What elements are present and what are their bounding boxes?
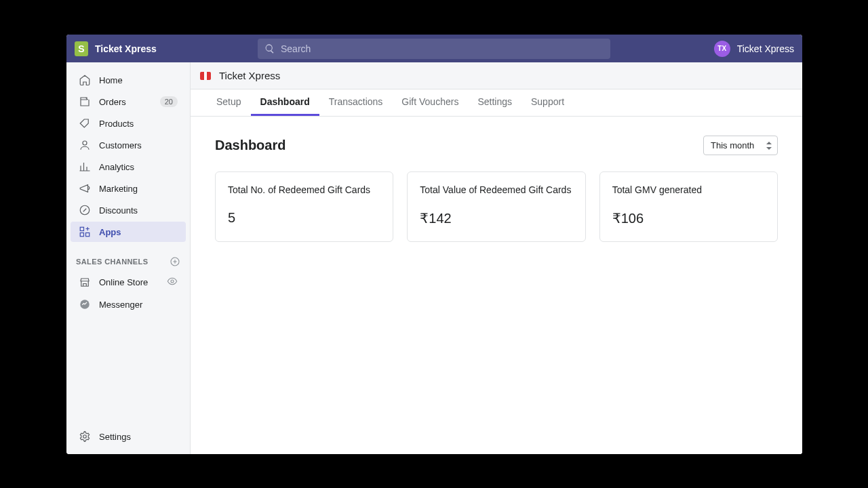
stat-card-redeemed-count: Total No. of Redeemed Gift Cards 5 <box>215 171 393 242</box>
tab-support[interactable]: Support <box>521 89 574 116</box>
page-title: Dashboard <box>215 138 285 153</box>
tab-setup[interactable]: Setup <box>207 89 251 116</box>
svg-rect-3 <box>86 233 90 237</box>
tab-label: Support <box>531 96 564 107</box>
tab-label: Transactions <box>329 96 383 107</box>
stat-label: Total GMV generated <box>612 184 765 195</box>
select-caret-icon <box>766 142 772 150</box>
tab-transactions[interactable]: Transactions <box>319 89 393 116</box>
stat-value: ₹106 <box>612 210 765 226</box>
sales-channels-label: SALES CHANNELS <box>76 258 148 266</box>
sidebar: Home Orders 20 Products Customers Analyt… <box>66 62 190 454</box>
profile-name: Ticket Xpress <box>737 43 794 54</box>
sidebar-item-label: Analytics <box>99 162 134 172</box>
discounts-icon <box>79 204 91 216</box>
sidebar-item-home[interactable]: Home <box>71 70 186 90</box>
search-input[interactable] <box>281 43 604 54</box>
sidebar-item-label: Orders <box>99 97 126 107</box>
sidebar-item-label: Online Store <box>99 277 148 287</box>
main: Ticket Xpress Setup Dashboard Transactio… <box>190 62 802 454</box>
svg-rect-2 <box>80 227 83 230</box>
tab-label: Settings <box>477 96 512 107</box>
svg-point-6 <box>171 280 174 283</box>
customers-icon <box>79 139 91 151</box>
profile-menu[interactable]: TX Ticket Xpress <box>714 41 794 57</box>
app-window: S Ticket Xpress TX Ticket Xpress Home Or… <box>66 35 802 454</box>
settings-icon <box>79 430 91 443</box>
tab-label: Gift Vouchers <box>401 96 458 107</box>
svg-point-8 <box>83 435 87 439</box>
online-store-icon <box>79 277 91 289</box>
view-store-icon[interactable] <box>167 276 178 289</box>
stat-cards: Total No. of Redeemed Gift Cards 5 Total… <box>215 171 778 242</box>
sidebar-item-label: Products <box>99 119 134 129</box>
orders-icon <box>79 96 91 108</box>
add-channel-button[interactable] <box>170 256 180 267</box>
sidebar-item-orders[interactable]: Orders 20 <box>71 92 186 112</box>
sidebar-item-label: Customers <box>99 140 142 150</box>
sidebar-item-analytics[interactable]: Analytics <box>71 157 186 177</box>
search-bar[interactable] <box>258 39 610 59</box>
tabs: Setup Dashboard Transactions Gift Vouche… <box>191 89 802 117</box>
sidebar-item-label: Settings <box>99 432 131 442</box>
svg-rect-4 <box>80 233 83 237</box>
sidebar-item-label: Messenger <box>99 300 142 310</box>
sidebar-channel-online-store[interactable]: Online Store <box>71 272 186 293</box>
store-name: Ticket Xpress <box>95 43 157 54</box>
stat-label: Total Value of Redeemed Gift Cards <box>420 184 572 195</box>
home-icon <box>79 74 91 86</box>
orders-badge: 20 <box>160 96 178 107</box>
sidebar-item-label: Apps <box>99 227 121 237</box>
sidebar-channel-messenger[interactable]: Messenger <box>71 294 186 314</box>
top-bar: S Ticket Xpress TX Ticket Xpress <box>66 35 802 62</box>
app-header: Ticket Xpress <box>191 62 802 89</box>
brand: S Ticket Xpress <box>75 41 258 56</box>
messenger-icon <box>79 298 91 310</box>
content: Dashboard This month Total No. of Redeem… <box>191 117 802 454</box>
app-logo-icon <box>200 72 211 80</box>
sidebar-item-label: Discounts <box>99 205 138 216</box>
stat-card-redeemed-value: Total Value of Redeemed Gift Cards ₹142 <box>407 171 585 242</box>
sidebar-item-marketing[interactable]: Marketing <box>71 178 186 199</box>
tab-gift-vouchers[interactable]: Gift Vouchers <box>392 89 468 116</box>
stat-card-gmv: Total GMV generated ₹106 <box>599 171 778 242</box>
shopify-logo-icon: S <box>75 41 88 56</box>
apps-icon <box>79 226 91 238</box>
sidebar-item-discounts[interactable]: Discounts <box>71 200 186 220</box>
sidebar-item-products[interactable]: Products <box>71 113 186 134</box>
search-icon <box>264 43 275 54</box>
avatar: TX <box>714 41 730 57</box>
stat-value: ₹142 <box>420 210 572 226</box>
tab-settings[interactable]: Settings <box>468 89 521 116</box>
content-header: Dashboard This month <box>215 136 778 155</box>
tab-label: Setup <box>216 96 241 107</box>
stat-value: 5 <box>228 210 380 226</box>
tab-dashboard[interactable]: Dashboard <box>251 89 319 116</box>
stat-label: Total No. of Redeemed Gift Cards <box>228 184 380 195</box>
period-value: This month <box>711 140 754 150</box>
period-select[interactable]: This month <box>703 136 778 155</box>
svg-point-0 <box>83 141 87 145</box>
sidebar-item-apps[interactable]: Apps <box>71 222 186 242</box>
products-icon <box>79 117 91 129</box>
sidebar-item-customers[interactable]: Customers <box>71 135 186 155</box>
sidebar-item-settings[interactable]: Settings <box>71 426 186 447</box>
marketing-icon <box>79 182 91 195</box>
analytics-icon <box>79 161 91 173</box>
sales-channels-header: SALES CHANNELS <box>66 252 190 271</box>
sidebar-item-label: Home <box>99 75 123 85</box>
app-title: Ticket Xpress <box>219 70 280 81</box>
body: Home Orders 20 Products Customers Analyt… <box>66 62 802 454</box>
sidebar-item-label: Marketing <box>99 184 138 194</box>
tab-label: Dashboard <box>260 96 310 107</box>
